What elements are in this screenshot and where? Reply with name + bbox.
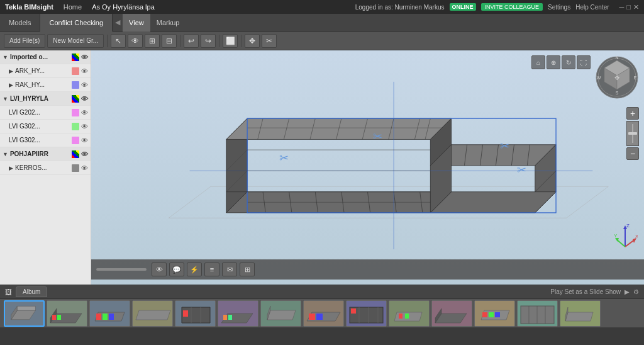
help-link[interactable]: Help Center [575, 4, 609, 11]
tab-arrow[interactable]: ◀ [113, 14, 123, 31]
thumbnail-9[interactable] [346, 300, 387, 327]
new-model-group-button[interactable]: New Model Gr... [47, 34, 104, 48]
settings-link[interactable]: Settings [548, 4, 570, 11]
move-button[interactable]: ✥ [245, 34, 260, 48]
sidebar-item-lvi-g302a[interactable]: LVI G302... 👁 [0, 120, 91, 133]
visibility-toggle-button[interactable]: 👁 [152, 263, 167, 276]
top-bar-right: Logged in as: Nurminen Markus ONLINE INV… [355, 3, 639, 11]
layers2-tool-button[interactable]: ⊟ [162, 34, 177, 48]
comment-button[interactable]: 💬 [169, 263, 184, 276]
scissors-button[interactable]: ✂ [262, 34, 277, 48]
visibility-icon[interactable]: 👁 [81, 164, 88, 172]
album-right: Play Set as a Slide Show ▶ ⚙ [550, 288, 639, 295]
toolbar: Add File(s) New Model Gr... ↖ 👁 ⊞ ⊟ ↩ ↪ … [0, 31, 644, 50]
album-tab[interactable]: Album [16, 286, 47, 297]
tab-markup[interactable]: Markup [150, 14, 186, 31]
visibility-icon[interactable]: 👁 [81, 137, 88, 144]
visibility-icon[interactable]: 👁 [81, 81, 88, 89]
menu-home[interactable]: Home [64, 3, 82, 11]
building-3d-view [91, 50, 644, 249]
expand-icon: ▼ [3, 151, 8, 157]
tab-conflict-checking[interactable]: Conflict Checking [40, 14, 113, 31]
sidebar: ▼ Imported o... 👁 ▶ ARK_HY... 👁 ▶ RAK_HY… [0, 50, 91, 285]
toolbar-separator-3 [219, 35, 219, 47]
album-header-left: 🖼 Album [5, 286, 47, 297]
expand-icon: ▼ [3, 54, 8, 60]
thumbnail-5[interactable] [175, 300, 216, 327]
svg-text:Z: Z [626, 223, 630, 229]
online-badge: ONLINE [450, 3, 476, 11]
main-content: ▼ Imported o... 👁 ▶ ARK_HY... 👁 ▶ RAK_HY… [0, 50, 644, 285]
svg-rect-71 [103, 314, 108, 320]
grid-button[interactable]: ⊞ [240, 263, 255, 276]
sidebar-item-lvi-g302b[interactable]: LVI G302... 👁 [0, 133, 91, 147]
item-label: LVI G302... [9, 137, 70, 144]
visibility-icon[interactable]: 👁 [81, 95, 88, 103]
menu-project[interactable]: As Oy Hyrylänsa lpa [92, 3, 155, 11]
tab-bar: Models Conflict Checking ◀ View Markup [0, 14, 644, 31]
lightning-button[interactable]: ⚡ [187, 263, 202, 276]
sidebar-group-lvi-hyryla[interactable]: ▼ LVI_HYRYLÄ 👁 [0, 92, 91, 106]
thumbnail-13[interactable] [517, 300, 558, 327]
opacity-slider[interactable] [96, 268, 147, 271]
sidebar-item-lvi-g202[interactable]: LVI G202... 👁 [0, 106, 91, 120]
color-indicator [72, 164, 79, 172]
svg-rect-100 [405, 314, 409, 319]
layers-button[interactable]: ≡ [204, 263, 219, 276]
frame-button[interactable]: ⬜ [223, 34, 238, 48]
thumbnail-1[interactable] [4, 300, 45, 327]
thumbnail-8[interactable] [303, 300, 344, 327]
top-bar: Tekla BIMsight Home As Oy Hyrylänsa lpa … [0, 0, 644, 14]
expand-icon: ▶ [9, 68, 13, 74]
svg-rect-99 [399, 314, 402, 319]
thumbnail-10[interactable] [389, 300, 430, 327]
thumbnail-2[interactable] [47, 300, 87, 327]
color-indicator [72, 81, 79, 89]
tab-models[interactable]: Models [0, 14, 40, 31]
thumbnail-14[interactable] [560, 300, 601, 327]
redo-button[interactable]: ↪ [201, 34, 216, 48]
thumbnail-6[interactable] [218, 300, 258, 327]
close-button[interactable]: ✕ [633, 3, 639, 11]
thumbnail-12[interactable] [474, 300, 515, 327]
layers-tool-button[interactable]: ⊞ [145, 34, 160, 48]
thumbnail-3[interactable] [89, 300, 130, 327]
invite-colleague-button[interactable]: INVITE COLLEAGUE [481, 3, 543, 11]
add-file-button[interactable]: Add File(s) [4, 34, 45, 48]
sidebar-group-imported[interactable]: ▼ Imported o... 👁 [0, 50, 91, 64]
visibility-icon[interactable]: 👁 [81, 67, 88, 75]
sidebar-group-pohjapiirr[interactable]: ▼ POHJAPIIRR 👁 [0, 147, 91, 161]
album-settings-button[interactable]: ⚙ [633, 288, 639, 295]
album-bar: 🖼 Album Play Set as a Slide Show ▶ ⚙ [0, 285, 644, 327]
svg-rect-79 [183, 310, 188, 317]
svg-rect-106 [482, 312, 487, 317]
window-controls: ─ □ ✕ [619, 3, 639, 11]
play-icon[interactable]: ▶ [625, 288, 630, 295]
restore-button[interactable]: □ [626, 3, 631, 11]
play-slideshow-button[interactable]: Play Set as a Slide Show [550, 288, 621, 295]
minimize-button[interactable]: ─ [619, 3, 625, 11]
undo-button[interactable]: ↩ [184, 34, 199, 48]
visibility-icon[interactable]: 👁 [81, 54, 88, 61]
thumbnail-11[interactable] [431, 300, 472, 327]
visibility-icon[interactable]: 👁 [81, 123, 88, 130]
color-indicator [72, 137, 79, 144]
tab-view[interactable]: View [123, 14, 150, 31]
cursor-tool-button[interactable]: ↖ [111, 34, 126, 48]
item-label: RAK_HY... [15, 81, 70, 88]
svg-marker-115 [565, 312, 593, 321]
visibility-icon[interactable]: 👁 [81, 109, 88, 116]
eye-tool-button[interactable]: 👁 [128, 34, 143, 48]
color-indicator [72, 95, 79, 103]
sidebar-item-ark[interactable]: ▶ ARK_HY... 👁 [0, 64, 91, 78]
message-button[interactable]: ✉ [222, 263, 237, 276]
item-label: LVI G302... [9, 123, 70, 130]
sidebar-item-rak[interactable]: ▶ RAK_HY... 👁 [0, 78, 91, 92]
thumbnail-4[interactable] [132, 300, 173, 327]
toolbar-separator-4 [241, 35, 242, 47]
viewport[interactable]: ⌂ ⊕ ↻ ⛶ N S W E [91, 50, 644, 285]
group-label: LVI_HYRYLÄ [10, 95, 70, 102]
thumbnail-7[interactable] [260, 300, 301, 327]
visibility-icon[interactable]: 👁 [81, 150, 88, 158]
sidebar-item-kerros[interactable]: ▶ KERROS... 👁 [0, 161, 91, 175]
